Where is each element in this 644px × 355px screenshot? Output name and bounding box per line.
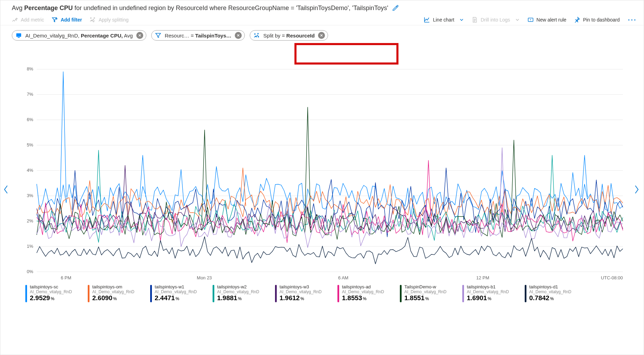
legend-item[interactable]: tailspintoys-w1AI_Demo_vitalyg_RnD2.4471… (150, 284, 206, 302)
svg-point-8 (258, 33, 259, 34)
legend-item[interactable]: tailspintoys-adAI_Demo_vitalyg_RnD1.8553… (337, 284, 393, 302)
monitor-icon (16, 32, 22, 39)
svg-text:4%: 4% (27, 168, 33, 173)
prev-chart-icon[interactable] (3, 184, 9, 197)
chart-type-dropdown[interactable]: Line chart (424, 17, 464, 23)
legend-item[interactable]: TailspinDemo-wAI_Demo_vitalyg_RnD1.8551% (400, 284, 455, 302)
drill-into-logs-button[interactable]: Drill into Logs (472, 17, 520, 23)
title-mid: for undefined in undefined region by Res… (73, 5, 388, 11)
svg-point-0 (91, 18, 92, 19)
add-metric-button[interactable]: Add metric (12, 17, 44, 23)
chart-toolbar: Add metric Add filter Apply splitting Li… (0, 15, 644, 25)
svg-text:6 AM: 6 AM (338, 275, 349, 280)
more-actions-button[interactable]: ⋯ (627, 17, 637, 22)
svg-text:6 PM: 6 PM (61, 275, 71, 280)
query-pill-row: AI_Demo_vitalyg_RnD, Percentage CPU, Avg… (0, 25, 644, 43)
svg-text:Mon 23: Mon 23 (197, 275, 212, 280)
legend-item[interactable]: tailspintoys-omAI_Demo_vitalyg_RnD2.6090… (88, 284, 143, 302)
svg-rect-6 (18, 37, 20, 38)
series-line (37, 166, 623, 233)
apply-splitting-button[interactable]: Apply splitting (89, 17, 128, 23)
svg-point-1 (94, 18, 95, 19)
remove-pill-icon[interactable] (136, 32, 143, 39)
legend-item[interactable]: tailspintoys-w3AI_Demo_vitalyg_RnD1.9612… (275, 284, 330, 302)
legend-item[interactable]: tailspintoys-d1AI_Demo_vitalyg_RnD0.7842… (525, 284, 580, 302)
svg-point-7 (255, 34, 256, 35)
svg-text:12 PM: 12 PM (476, 275, 489, 280)
legend-item[interactable]: tailspintoys-w2AI_Demo_vitalyg_RnD1.9881… (213, 284, 268, 302)
svg-text:UTC-08:00: UTC-08:00 (601, 275, 623, 280)
add-filter-button[interactable]: Add filter (52, 17, 82, 23)
svg-text:0%: 0% (27, 269, 33, 274)
legend-row: tailspintoys-scAI_Demo_vitalyg_RnD2.9529… (0, 282, 644, 302)
split-pill[interactable]: Split by = ResourceId (250, 30, 328, 41)
svg-text:2%: 2% (27, 218, 33, 223)
split-icon (254, 32, 260, 39)
scope-pill[interactable]: AI_Demo_vitalyg_RnD, Percentage CPU, Avg (12, 30, 146, 41)
svg-text:1%: 1% (27, 244, 33, 249)
filter-pill[interactable]: Resourc… = TailspinToys… (151, 30, 245, 41)
edit-title-icon[interactable] (392, 4, 399, 12)
legend-item[interactable]: tailspintoys-scAI_Demo_vitalyg_RnD2.9529… (25, 284, 81, 302)
svg-text:7%: 7% (27, 92, 33, 97)
svg-text:8%: 8% (27, 66, 33, 71)
remove-pill-icon[interactable] (235, 32, 242, 39)
page-title: Avg Percentage CPU for undefined in unde… (0, 0, 644, 15)
series-line (37, 237, 623, 264)
svg-text:6%: 6% (27, 117, 33, 122)
legend-item[interactable]: tailspintoys-b1AI_Demo_vitalyg_RnD1.6901… (462, 284, 518, 302)
next-chart-icon[interactable] (633, 184, 639, 197)
svg-point-3 (93, 21, 94, 22)
chart-area[interactable]: 0%1%2%3%4%5%6%7%8% 6 PMMon 236 AM12 PMUT… (18, 53, 626, 282)
new-alert-rule-button[interactable]: New alert rule (527, 17, 566, 23)
title-metric: Percentage CPU (24, 5, 73, 11)
remove-pill-icon[interactable] (318, 32, 325, 39)
pin-to-dashboard-button[interactable]: Pin to dashboard (574, 17, 620, 23)
svg-text:5%: 5% (27, 142, 33, 147)
title-prefix: Avg (12, 5, 24, 11)
svg-text:3%: 3% (27, 193, 33, 198)
svg-rect-5 (16, 33, 21, 37)
series-line (37, 72, 623, 217)
filter-icon (155, 32, 161, 39)
